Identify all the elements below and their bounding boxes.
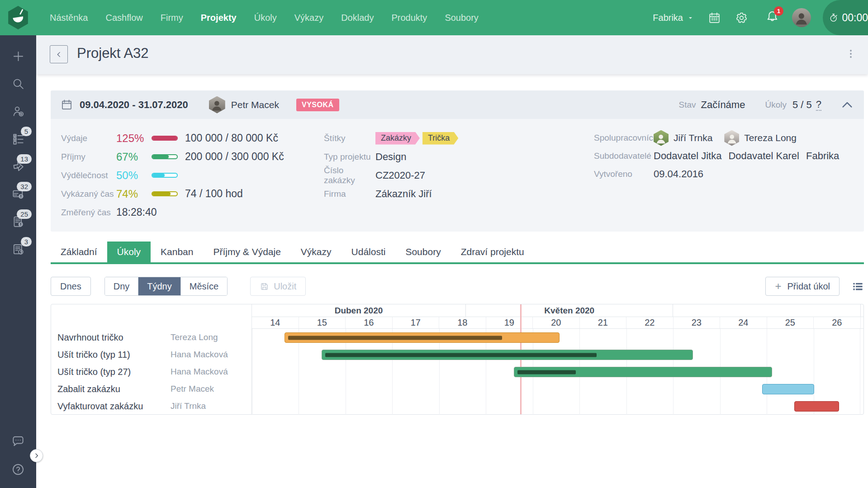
nav-item-úkoly[interactable]: Úkoly: [254, 13, 277, 23]
task-name[interactable]: Vyfakturovat zakázku: [51, 401, 171, 412]
gantt-bar[interactable]: [794, 401, 839, 412]
collaborator-avatar: [724, 130, 739, 146]
person-add-icon: [12, 105, 25, 118]
tab-soubory[interactable]: Soubory: [395, 242, 451, 262]
project-info-card: 09.04.2020 - 31.07.2020 Petr Macek VYSOK…: [51, 90, 864, 232]
back-button[interactable]: [50, 45, 68, 63]
tab-z-kladn-[interactable]: Základní: [51, 242, 107, 262]
page-header: Projekt A32: [36, 35, 868, 74]
gantt-task-row[interactable]: Zabalit zakázkuPetr Macek: [51, 380, 863, 398]
sidebar-item-person-add[interactable]: [0, 98, 36, 125]
tab-v-kazy[interactable]: Výkazy: [291, 242, 342, 262]
content: 09.04.2020 - 31.07.2020 Petr Macek VYSOK…: [36, 74, 868, 488]
sidebar-badge: 13: [17, 154, 32, 164]
account-menu[interactable]: Fabrika: [653, 13, 694, 23]
nav-item-doklady[interactable]: Doklady: [341, 13, 374, 23]
tab--koly[interactable]: Úkoly: [107, 242, 151, 262]
gantt-bar[interactable]: [762, 384, 814, 394]
chevron-up-icon[interactable]: [840, 98, 854, 112]
sidebar-item-card-alert[interactable]: 32: [0, 180, 36, 208]
project-info-header: 09.04.2020 - 31.07.2020 Petr Macek VYSOK…: [51, 90, 864, 119]
gantt-track: [251, 346, 863, 363]
task-list-view-icon[interactable]: [852, 280, 864, 293]
gantt-week-cell: 16: [346, 317, 393, 328]
sidebar-item-checklist[interactable]: 5: [0, 125, 36, 153]
help-icon[interactable]: [11, 463, 25, 476]
tab-zdrav-projektu[interactable]: Zdraví projektu: [451, 242, 534, 262]
today-button[interactable]: Dnes: [51, 277, 91, 296]
project-status-area: Stav Začínáme Úkoly 5 / 5 ?: [679, 98, 854, 112]
nav-right: Fabrika 1 00:00: [653, 0, 868, 35]
tab-p-jmy-v-daje[interactable]: Příjmy & Výdaje: [203, 242, 290, 262]
gear-icon[interactable]: [735, 11, 748, 24]
status-value[interactable]: Začínáme: [701, 99, 745, 111]
notification-badge: 1: [774, 6, 783, 16]
stat-value: 200 000 / 300 000 Kč: [185, 151, 284, 163]
timer-widget[interactable]: 00:00: [823, 0, 868, 35]
gantt-week-cell: 24: [720, 317, 767, 328]
gantt-week-cell: 21: [580, 317, 627, 328]
chat-icon[interactable]: [11, 435, 25, 448]
gantt-bar[interactable]: [285, 332, 560, 343]
sidebar-item-search[interactable]: [0, 70, 36, 98]
nav-item-projekty[interactable]: Projekty: [201, 13, 237, 23]
collaborator-name: Jiří Trnka: [674, 133, 712, 143]
gantt-task-row[interactable]: Vyfakturovat zakázkuJiří Trnka: [51, 398, 863, 415]
sidebar: 51332253: [0, 35, 36, 488]
gantt-week-cell: 19: [486, 317, 533, 328]
view-button-měsíce[interactable]: Měsíce: [180, 277, 227, 295]
add-task-button[interactable]: + Přidat úkol: [765, 277, 840, 296]
gantt-task-row[interactable]: Ušít tričko (typ 27)Hana Macková: [51, 363, 863, 380]
page-title: Projekt A32: [77, 45, 149, 62]
tab-kanban[interactable]: Kanban: [151, 242, 203, 262]
view-button-dny[interactable]: Dny: [105, 277, 138, 295]
app-logo[interactable]: [0, 0, 36, 35]
gantt-task-row[interactable]: Navrhnout tričkoTereza Long: [51, 329, 863, 346]
stat-label: Výdaje: [61, 133, 116, 143]
nav-item-výkazy[interactable]: Výkazy: [294, 13, 323, 23]
user-avatar[interactable]: [792, 8, 811, 27]
nav-item-soubory[interactable]: Soubory: [445, 13, 479, 23]
project-date-range: 09.04.2020 - 31.07.2020: [80, 99, 188, 111]
tag-trička[interactable]: Trička: [422, 132, 458, 145]
nav-item-cashflow[interactable]: Cashflow: [106, 13, 143, 23]
sidebar-item-plus[interactable]: [0, 43, 36, 70]
nav-item-nástěnka[interactable]: Nástěnka: [50, 13, 88, 23]
nav-item-firmy[interactable]: Firmy: [161, 13, 183, 23]
tasks-help[interactable]: ?: [816, 99, 821, 111]
calendar-icon[interactable]: [708, 11, 721, 24]
task-name[interactable]: Navrhnout tričko: [51, 332, 171, 343]
logo-hexagon-icon: [7, 5, 29, 30]
sidebar-item-document-alert[interactable]: 25: [0, 208, 36, 236]
tab-ud-losti[interactable]: Události: [342, 242, 396, 262]
task-assignee: Petr Macek: [171, 384, 214, 394]
stat-percent: 125%: [116, 132, 152, 145]
save-button[interactable]: Uložit: [250, 277, 306, 296]
view-button-týdny[interactable]: Týdny: [138, 277, 180, 295]
kebab-menu-icon[interactable]: [845, 48, 856, 60]
sidebar-item-document-clock[interactable]: 3: [0, 236, 36, 263]
subcontractor-name: Fabrika: [806, 150, 839, 161]
gantt-task-row[interactable]: Ušít tričko (typ 11)Hana Macková: [51, 346, 863, 363]
sidebar-badge: 32: [17, 182, 32, 191]
chevron-right-icon: [33, 452, 40, 459]
gantt-track: [251, 329, 863, 346]
sidebar-item-approve-arrow[interactable]: 13: [0, 153, 36, 180]
tag-zakázky[interactable]: Zakázky: [375, 132, 420, 145]
view-switcher: DnyTýdnyMěsíce: [104, 277, 228, 296]
stat-row: Změřený čas18:28:40: [61, 203, 324, 222]
gantt-track: [251, 380, 863, 398]
task-assignee: Tereza Long: [171, 332, 218, 342]
task-name[interactable]: Ušít tričko (typ 11): [51, 350, 171, 360]
gantt-bar[interactable]: [322, 350, 693, 360]
gantt-week-cell: 18: [439, 317, 486, 328]
stat-progress-bar: [152, 136, 178, 141]
task-name[interactable]: Ušít tričko (typ 27): [51, 367, 171, 377]
nav-item-produkty[interactable]: Produkty: [391, 13, 427, 23]
sidebar-expand-button[interactable]: [30, 449, 43, 462]
gantt-bar[interactable]: [514, 367, 772, 377]
notifications-button[interactable]: 1: [765, 10, 779, 26]
gantt-month-label: Duben 2020: [335, 306, 383, 316]
collaborator-name: Tereza Long: [744, 133, 797, 143]
task-name[interactable]: Zabalit zakázku: [51, 384, 171, 394]
